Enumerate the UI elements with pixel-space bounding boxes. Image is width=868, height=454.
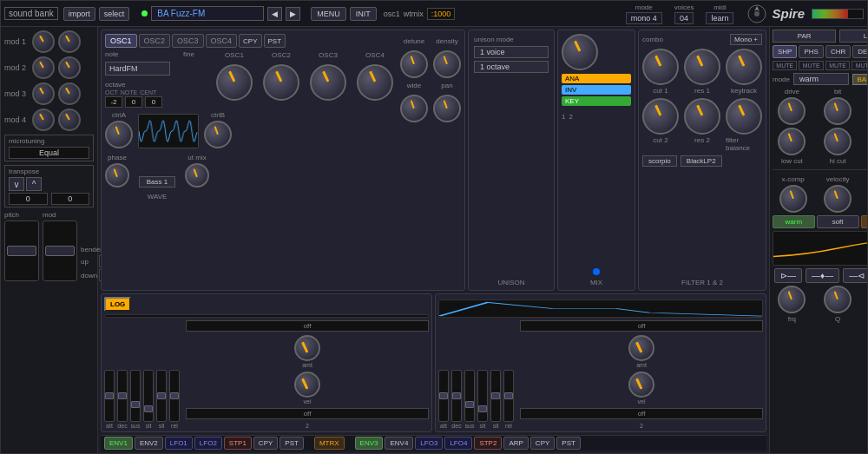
env1-sus-slider[interactable] [130, 370, 141, 422]
env2-sus-slider[interactable] [464, 370, 475, 422]
inv-button[interactable]: INV [562, 85, 631, 95]
menu-button[interactable]: MENU [311, 7, 346, 21]
phase-knob[interactable] [105, 163, 129, 188]
cut2-knob[interactable] [642, 98, 679, 135]
lfo3-bot-tab[interactable]: LFO3 [415, 437, 443, 450]
lfo1-bot-tab[interactable]: LFO1 [165, 437, 193, 450]
env1-slt-slider[interactable] [143, 370, 154, 422]
del-tab[interactable]: DEL [852, 45, 867, 58]
env4-bot-tab[interactable]: ENV4 [385, 437, 413, 450]
link-button[interactable]: LINK [839, 30, 867, 43]
utmix-knob[interactable] [185, 163, 209, 188]
chr-tab[interactable]: CHR [825, 45, 851, 58]
env2-vel-knob[interactable] [628, 372, 654, 398]
res2-knob[interactable] [684, 98, 720, 135]
comp-action-btn3[interactable]: —⊲ [843, 268, 867, 283]
env2-bot-tab[interactable]: ENV2 [135, 437, 163, 450]
mod4-knob[interactable] [32, 109, 55, 131]
drive-knob[interactable] [778, 97, 806, 125]
boost-comp-tab[interactable]: boost [861, 215, 868, 228]
env1-att-slider[interactable] [104, 370, 115, 422]
prev-preset-button[interactable]: ◀ [267, 7, 282, 21]
env2-rel-slider[interactable] [503, 370, 514, 422]
keytrack-knob[interactable] [726, 49, 762, 85]
midi-learn-button[interactable]: learn [706, 12, 733, 24]
env1-sll-slider[interactable] [156, 370, 167, 422]
mod3-knob2[interactable] [58, 82, 81, 105]
q-knob[interactable] [824, 286, 852, 313]
phs-mute-button[interactable]: MUTE [799, 61, 823, 70]
env3-bot-tab[interactable]: ENV3 [355, 437, 384, 450]
stp1-bot-tab[interactable]: STP1 [224, 437, 252, 450]
transpose-up-button[interactable]: ^ [26, 177, 42, 191]
env1-pst-button[interactable]: PST [279, 437, 304, 450]
env2-att-slider[interactable] [438, 370, 449, 422]
env1-dec-slider[interactable] [117, 370, 128, 422]
lfo2-bot-tab[interactable]: LFO2 [194, 437, 222, 450]
par-button[interactable]: PAR [773, 30, 836, 43]
transpose-down-button[interactable]: v [9, 177, 24, 191]
log-button[interactable]: LOG [104, 297, 131, 312]
del-mute-button[interactable]: MUTE [852, 61, 867, 70]
band-button[interactable]: BAND [852, 74, 867, 85]
init-button[interactable]: INIT [350, 7, 377, 21]
env1-vel-knob[interactable] [294, 372, 320, 398]
env2-amt-knob[interactable] [628, 335, 654, 361]
env2-cpy-button[interactable]: CPY [530, 437, 555, 450]
osc1-main-knob[interactable] [216, 64, 253, 101]
osc3-main-knob[interactable] [310, 64, 346, 101]
lfo4-bot-tab[interactable]: LFO4 [444, 437, 472, 450]
ctrla-knob[interactable] [105, 121, 133, 148]
ctrlb-knob[interactable] [204, 121, 232, 148]
key-button[interactable]: KEY [562, 96, 631, 106]
detune-knob[interactable] [400, 50, 428, 78]
env1-rel-slider[interactable] [169, 370, 180, 422]
phs-tab[interactable]: PHS [799, 45, 823, 58]
warm-comp-tab[interactable]: warm [773, 215, 815, 228]
density-knob[interactable] [433, 50, 461, 78]
cut1-knob[interactable] [642, 49, 679, 85]
note-dropdown[interactable]: HardFM [105, 62, 170, 76]
stp2-bot-tab[interactable]: STP2 [474, 437, 502, 450]
env2-dec-slider[interactable] [451, 370, 462, 422]
env2-pst-button[interactable]: PST [556, 437, 581, 450]
mod1-knob[interactable] [32, 30, 55, 53]
mod2-knob2[interactable] [58, 56, 81, 79]
import-button[interactable]: import [63, 7, 95, 21]
osc4-main-knob[interactable] [357, 64, 393, 101]
osc3-tab[interactable]: OSC3 [172, 34, 204, 48]
mod4-knob2[interactable] [58, 109, 81, 131]
wide-knob[interactable] [400, 95, 428, 122]
pitch-slider[interactable] [4, 220, 39, 281]
mod1-knob2[interactable] [58, 30, 81, 53]
mod-slider[interactable] [43, 220, 77, 281]
frq-knob[interactable] [778, 286, 806, 313]
res1-knob[interactable] [684, 49, 720, 85]
filter-balance-knob[interactable] [726, 98, 762, 135]
comp-action-btn1[interactable]: ⊳— [774, 268, 802, 283]
osc2-main-knob[interactable] [263, 64, 299, 101]
env1-bot-tab[interactable]: ENV1 [104, 437, 133, 450]
bit-knob[interactable] [824, 97, 852, 125]
chr-mute-button[interactable]: MUTE [825, 61, 850, 70]
env2-sll-slider[interactable] [490, 370, 501, 422]
mix-knob1[interactable] [562, 34, 598, 70]
arp-bot-tab[interactable]: ARP [503, 437, 528, 450]
mtrx-button[interactable]: MTRX [314, 437, 345, 450]
velocity-knob[interactable] [824, 185, 852, 213]
lowcut-knob[interactable] [778, 128, 806, 155]
mono-plus-button[interactable]: Mono + [730, 34, 762, 45]
hicut-knob[interactable] [824, 128, 852, 155]
select-button[interactable]: select [99, 7, 130, 21]
pan-knob[interactable] [433, 95, 461, 122]
osc2-tab[interactable]: OSC2 [139, 34, 171, 48]
env2-slt-slider[interactable] [477, 370, 488, 422]
mod3-knob[interactable] [32, 82, 55, 105]
soft-comp-tab[interactable]: soft [817, 215, 859, 228]
shp-mute-button[interactable]: MUTE [773, 61, 797, 70]
next-preset-button[interactable]: ▶ [286, 7, 300, 21]
env1-amt-knob[interactable] [294, 335, 320, 361]
comp-action-btn2[interactable]: —♦— [806, 268, 839, 283]
shp-tab[interactable]: SHP [773, 45, 797, 58]
osc1-tab[interactable]: OSC1 [105, 34, 137, 48]
